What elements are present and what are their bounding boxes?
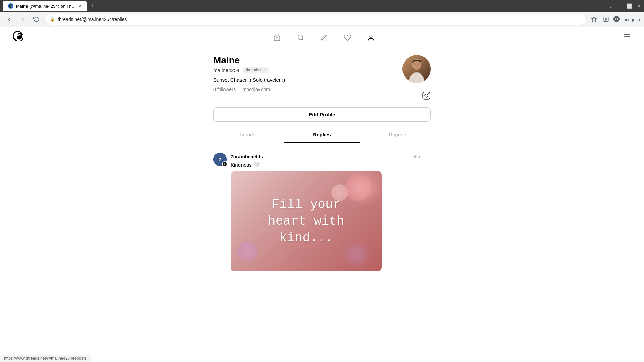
- edit-profile-button[interactable]: Edit Profile: [213, 107, 431, 122]
- maximize-button[interactable]: ⬜: [626, 3, 632, 9]
- svg-text:7: 7: [219, 157, 221, 162]
- tab-close-btn[interactable]: ×: [79, 4, 82, 8]
- profile-container: Maine ma.ine4254 threads.net Sunset Chas…: [208, 48, 436, 276]
- tab-replies[interactable]: Replies: [284, 127, 360, 143]
- window-controls-down[interactable]: ⌄: [609, 3, 613, 9]
- post-image-text: Fill your heart with kind...: [246, 196, 367, 246]
- reload-button[interactable]: [31, 14, 42, 25]
- incognito-button[interactable]: Incognito: [613, 16, 640, 23]
- profile-tabs: Threads Replies Reposts: [208, 127, 436, 143]
- profile-info: Maine ma.ine4254 threads.net Sunset Chas…: [213, 55, 285, 92]
- post-image[interactable]: Fill your heart with kind...: [231, 171, 382, 272]
- nav-icons: [273, 34, 375, 41]
- edit-profile-wrapper: Edit Profile: [208, 107, 436, 122]
- svg-point-11: [413, 60, 421, 70]
- home-nav-icon[interactable]: [273, 34, 281, 41]
- svg-point-15: [425, 94, 428, 97]
- profile-avatar: [402, 55, 431, 83]
- active-tab[interactable]: @ Maine (@ma.ine4254) on Threa... ×: [3, 1, 87, 11]
- address-bar[interactable]: 🔒 threads.net/@ma.ine4254/replies: [44, 14, 586, 25]
- activity-nav-icon[interactable]: [344, 34, 351, 41]
- profile-username: ma.ine4254: [213, 67, 239, 73]
- instagram-icon[interactable]: [422, 91, 431, 102]
- post-username[interactable]: 7brainbenefits: [231, 154, 263, 159]
- profile-name: Maine: [213, 55, 285, 66]
- tab-reposts[interactable]: Reposts: [360, 127, 436, 143]
- post-image-line1: Fill your: [246, 196, 367, 213]
- post-more-button[interactable]: ···: [424, 153, 431, 160]
- svg-marker-2: [592, 17, 597, 22]
- window-controls: ⌄ − ⬜ ✕: [609, 3, 641, 9]
- post-text-content: Kindness: [231, 162, 252, 168]
- svg-line-5: [302, 39, 303, 40]
- svg-point-13: [418, 63, 419, 65]
- top-nav: [0, 27, 644, 48]
- compose-nav-icon[interactable]: [320, 34, 328, 41]
- profile-stats: 0 followers · moodjoy.com: [213, 87, 285, 92]
- thread-line: [220, 167, 220, 272]
- tab-title: Maine (@ma.ine4254) on Threa...: [16, 4, 76, 9]
- bookmark-button[interactable]: [589, 14, 599, 25]
- post-image-line2: heart with: [246, 213, 367, 229]
- menu-icon[interactable]: [623, 33, 631, 42]
- profile-website[interactable]: moodjoy.com: [243, 87, 270, 92]
- tab-favicon: @: [8, 3, 13, 9]
- browser-toolbar: 🔒 threads.net/@ma.ine4254/replies Incogn…: [0, 12, 644, 27]
- search-nav-icon[interactable]: [297, 34, 304, 41]
- post-header: 7brainbenefits 55m ···: [231, 153, 431, 160]
- profile-username-row: ma.ine4254 threads.net: [213, 67, 285, 73]
- tab-threads[interactable]: Threads: [208, 127, 284, 143]
- post-avatar-column: 7 +: [213, 153, 227, 272]
- browser-chrome: @ Maine (@ma.ine4254) on Threa... × + ⌄ …: [0, 0, 644, 27]
- svg-point-12: [414, 63, 415, 65]
- svg-point-6: [370, 35, 372, 37]
- browser-titlebar: @ Maine (@ma.ine4254) on Threa... × + ⌄ …: [0, 0, 644, 12]
- post-text: Kindness 🤍: [231, 162, 431, 168]
- follow-plus-icon[interactable]: +: [222, 161, 227, 167]
- incognito-label: Incognito: [622, 17, 640, 22]
- tab-bar: @ Maine (@ma.ine4254) on Threa... × +: [3, 1, 97, 11]
- back-button[interactable]: [4, 14, 15, 25]
- feed-area: 7 + 7brainbenefits 55m ···: [208, 143, 436, 276]
- stats-separator: ·: [238, 87, 240, 92]
- app-content: Maine ma.ine4254 threads.net Sunset Chas…: [0, 27, 644, 362]
- post-item: 7 + 7brainbenefits 55m ···: [208, 148, 436, 276]
- profile-nav-icon[interactable]: [367, 34, 375, 41]
- post-time: 55m: [412, 154, 421, 159]
- svg-point-16: [428, 93, 429, 94]
- close-button[interactable]: ✕: [637, 3, 641, 9]
- address-text: threads.net/@ma.ine4254/replies: [58, 17, 127, 22]
- minimize-button[interactable]: −: [618, 3, 621, 9]
- toolbar-right: Incognito: [589, 14, 640, 25]
- post-meta: 55m ···: [412, 153, 431, 160]
- forward-button[interactable]: [17, 14, 28, 25]
- platform-badge[interactable]: threads.net: [242, 67, 269, 73]
- lock-icon: 🔒: [50, 17, 55, 22]
- status-bar: https://www.threads.net/@ma.ine4254/repo…: [0, 355, 91, 362]
- threads-logo[interactable]: [13, 30, 25, 45]
- reader-mode-button[interactable]: [601, 14, 611, 25]
- new-tab-button[interactable]: +: [88, 1, 97, 11]
- profile-bio: Sunset Chaser :) Solo traveler :): [213, 77, 285, 83]
- profile-header: Maine ma.ine4254 threads.net Sunset Chas…: [208, 55, 436, 102]
- post-author-avatar[interactable]: 7 +: [213, 153, 227, 166]
- status-url: https://www.threads.net/@ma.ine4254/repo…: [4, 356, 87, 361]
- followers-count[interactable]: 0 followers: [213, 87, 236, 92]
- post-content: 7brainbenefits 55m ··· Kindness 🤍: [231, 153, 431, 272]
- post-image-line3: kind...: [246, 230, 367, 246]
- svg-rect-14: [423, 92, 430, 99]
- post-heart-emoji: 🤍: [254, 162, 260, 168]
- svg-point-4: [298, 35, 303, 40]
- svg-text:@: @: [9, 5, 12, 7]
